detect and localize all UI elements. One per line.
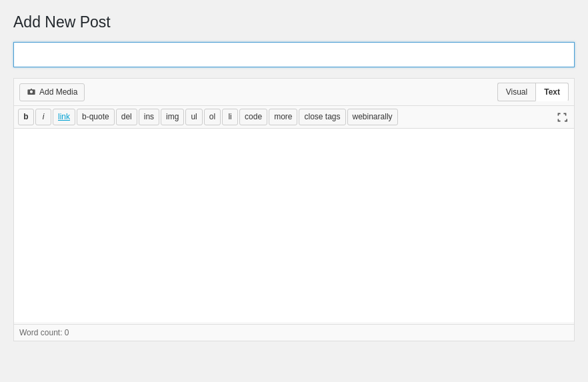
fullscreen-icon: [557, 112, 567, 123]
italic-btn[interactable]: i: [35, 109, 51, 125]
editor-footer: Word count: 0: [14, 324, 574, 341]
ol-btn[interactable]: ol: [204, 109, 221, 125]
post-title-input[interactable]: [13, 42, 575, 67]
add-media-icon: [27, 87, 36, 98]
add-media-button[interactable]: Add Media: [19, 83, 85, 101]
img-btn[interactable]: img: [161, 109, 184, 125]
editor-toolbar-top: Add Media Visual Text: [14, 79, 574, 106]
bold-btn[interactable]: b: [18, 109, 34, 125]
add-media-label: Add Media: [39, 87, 77, 97]
ul-btn[interactable]: ul: [185, 109, 202, 125]
word-count-value: 0: [65, 328, 69, 337]
editor-wrapper: Add Media Visual Text b i link b-quote d…: [13, 78, 575, 341]
link-btn[interactable]: link: [53, 109, 75, 125]
ins-btn[interactable]: ins: [139, 109, 159, 125]
webinarally-btn[interactable]: webinarally: [347, 109, 398, 125]
tab-text[interactable]: Text: [535, 83, 569, 101]
del-btn[interactable]: del: [116, 109, 137, 125]
visual-text-tabs: Visual Text: [497, 83, 569, 101]
tab-visual[interactable]: Visual: [497, 83, 535, 101]
word-count-label: Word count:: [19, 328, 62, 337]
fullscreen-button[interactable]: [554, 111, 570, 124]
bquote-btn[interactable]: b-quote: [77, 109, 115, 125]
editor-textarea[interactable]: [14, 129, 574, 322]
title-input-wrapper: [13, 42, 575, 67]
format-bar: b i link b-quote del ins img ul ol li co…: [14, 106, 574, 129]
code-btn[interactable]: code: [239, 109, 267, 125]
page-title: Add New Post: [13, 13, 575, 31]
more-btn[interactable]: more: [269, 109, 297, 125]
li-btn[interactable]: li: [222, 109, 238, 125]
close-tags-btn[interactable]: close tags: [299, 109, 345, 125]
